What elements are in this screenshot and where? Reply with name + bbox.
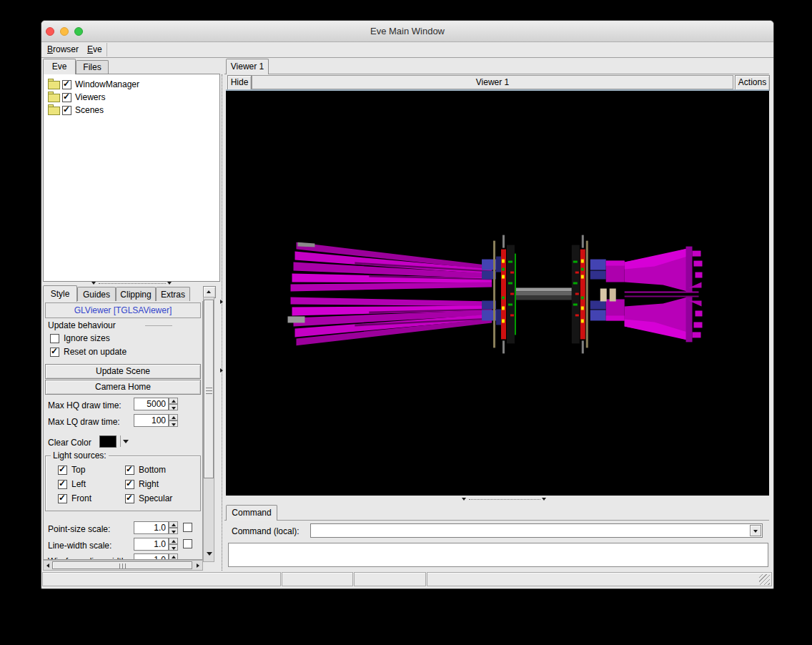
tab-guides-label: Guides [83,290,110,300]
spin-down-button[interactable] [169,528,178,534]
style-horizontal-scrollbar[interactable] [43,560,203,571]
actions-button[interactable]: Actions [735,75,770,91]
combo-arrow-icon [753,530,758,533]
tree-item-windowmanager[interactable]: WindowManager [44,79,219,92]
ignore-sizes-label: Ignore sizes [64,333,110,343]
tab-style[interactable]: Style [43,285,77,302]
command-combobox[interactable] [310,523,763,538]
light-front-checkbox[interactable] [58,494,67,503]
light-bottom-checkbox[interactable] [125,466,134,475]
tab-eve[interactable]: Eve [43,59,76,74]
max-lq-spinner[interactable] [169,414,178,427]
light-bottom-label: Bottom [139,465,166,475]
combo-dropdown-button[interactable] [750,525,761,536]
spin-down-button[interactable] [169,544,178,551]
light-top-checkbox[interactable] [58,466,67,475]
max-lq-field[interactable]: 100 [134,414,169,427]
spin-up-button[interactable] [169,553,178,560]
spin-down-button[interactable] [169,420,178,427]
point-size-field[interactable]: 1.0 [134,521,169,534]
color-dropdown-icon[interactable] [123,440,129,443]
clear-color-swatch[interactable] [99,435,117,448]
point-size-checkbox[interactable] [183,523,192,532]
reset-on-update-label: Reset on update [64,347,127,357]
scroll-left-icon[interactable] [46,563,49,568]
tab-clipping[interactable]: Clipping [116,287,156,302]
menu-bar: Browser Eve [41,42,773,58]
status-section-3 [354,572,426,586]
splitter-dots [469,499,540,500]
tab-guides[interactable]: Guides [77,287,116,302]
point-size-spinner[interactable] [169,521,178,534]
light-left-checkbox[interactable] [58,480,67,489]
max-hq-field[interactable]: 5000 [134,398,169,410]
menu-eve[interactable]: Eve [84,42,105,56]
tab-viewer-1[interactable]: Viewer 1 [226,59,269,74]
light-sources-group [45,456,201,511]
light-right-label: Right [139,479,159,489]
update-scene-button[interactable]: Update Scene [45,364,201,379]
status-section-1 [42,572,281,586]
tab-eve-label: Eve [52,61,67,72]
hide-button[interactable]: Hide [227,75,252,91]
light-right-checkbox[interactable] [125,480,134,489]
wireframe-spinner[interactable] [169,553,178,560]
wireframe-field[interactable]: 1.0 [134,553,169,560]
tree-checkbox-windowmanager[interactable] [62,80,71,89]
tree-checkbox-scenes[interactable] [62,106,71,115]
spin-up-button[interactable] [169,538,178,544]
title-bar[interactable]: Eve Main Window [41,21,773,42]
style-vertical-scrollbar[interactable] [203,297,214,562]
glviewer-button[interactable]: GLViewer [TGLSAViewer] [45,302,201,318]
light-top-label: Top [71,465,85,475]
scroll-down-icon[interactable] [207,552,212,556]
tree-item-scenes[interactable]: Scenes [44,104,219,117]
spin-up-button[interactable] [169,398,178,404]
spin-up-button[interactable] [169,521,178,528]
folder-icon [48,81,60,89]
tab-command[interactable]: Command [226,505,277,521]
spin-up-button[interactable] [169,414,178,420]
tab-extras[interactable]: Extras [156,287,190,302]
light-left-label: Left [71,479,86,489]
viewer-title-bar[interactable]: Viewer 1 [252,75,733,89]
command-splitter[interactable] [226,496,769,502]
thumb-grip [119,563,126,568]
line-width-spinner[interactable] [169,538,178,551]
ignore-sizes-checkbox[interactable] [50,334,59,343]
scroll-right-icon[interactable] [197,563,199,568]
status-section-2 [282,572,353,586]
line-width-label: Line-width scale: [48,541,112,551]
line-width-checkbox[interactable] [183,539,192,548]
tree-item-label: Scenes [75,105,104,115]
scrollbar-thumb[interactable] [52,561,192,569]
eve-main-window: Eve Main Window Browser Eve Eve Files Wi… [41,20,774,589]
splitter-arrow-icon [462,498,466,501]
resize-grip[interactable] [759,574,770,585]
tab-files[interactable]: Files [76,60,109,74]
max-lq-label: Max LQ draw time: [48,417,120,427]
scroll-up-icon [207,290,211,293]
scene-tree[interactable]: WindowManager Viewers Scenes [43,74,220,282]
max-hq-spinner[interactable] [169,398,178,410]
tree-item-viewers[interactable]: Viewers [44,92,219,104]
scrollbar-thumb[interactable] [204,300,214,478]
light-sources-title: Light sources: [51,450,109,461]
tree-checkbox-viewers[interactable] [62,93,71,102]
viewer-tab-baseline [224,74,769,74]
line-width-field[interactable]: 1.0 [134,538,169,551]
menu-browser[interactable]: Browser [44,42,81,56]
status-section-4 [427,572,772,586]
command-output[interactable] [228,543,768,567]
tab-command-label: Command [232,508,271,518]
swatch-divider [120,435,121,447]
light-specular-checkbox[interactable] [125,494,134,503]
splitter-arrow-icon [542,498,546,501]
reset-on-update-checkbox[interactable] [50,348,59,357]
camera-home-button[interactable]: Camera Home [45,380,201,395]
vertical-splitter[interactable] [219,58,225,571]
gl-viewport[interactable] [226,91,769,496]
splitter-arrow-icon [220,300,223,304]
tree-item-label: WindowManager [75,79,139,89]
spin-down-button[interactable] [169,404,178,410]
